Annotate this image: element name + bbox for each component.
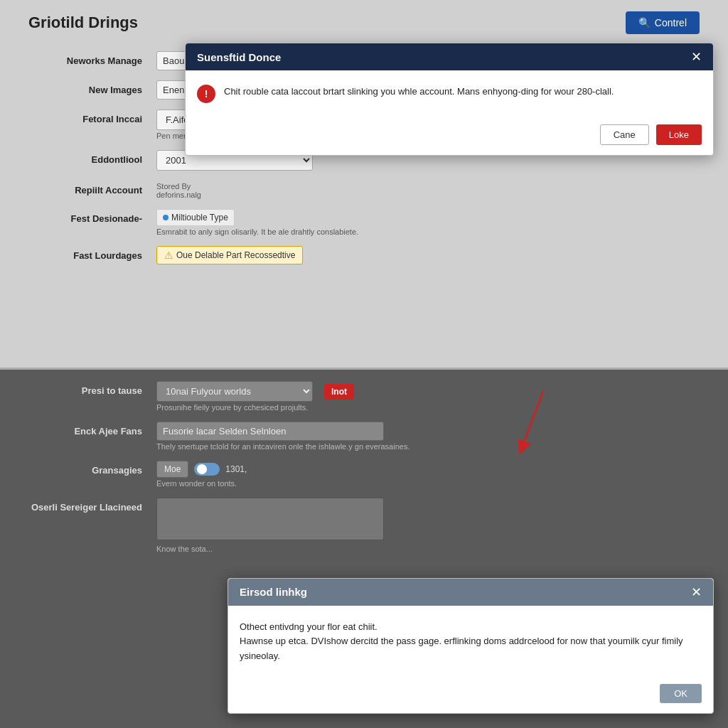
hint-oserli: Know the sota... — [156, 545, 512, 553]
field-gran: Moe 1301, Evern wonder on tonts. — [156, 461, 700, 488]
hint-presi: Prosunihe fieily youre by cchesiced proj… — [156, 403, 512, 412]
modal-bottom-line1: Othect entivdng your flor eat chiit. — [240, 620, 702, 635]
control-btn-label: Contrel — [655, 17, 687, 28]
hint-enck: Thely snertupe tclold for an intcaviren … — [156, 442, 512, 451]
modal-bottom: Eirsod linhkg ✕ Othect entivdng your flo… — [228, 578, 714, 714]
hint-fest: Esmrabit to anly sign olisarily. It be a… — [156, 228, 512, 236]
label-images: New Images — [28, 80, 142, 95]
field-fest: Miltiouble Type Esmrabit to anly sign ol… — [156, 209, 700, 236]
field-presi: 10nai Fulyour worlds Inot Prosunihe fiei… — [156, 381, 700, 412]
page-title: Griotild Drings — [28, 14, 138, 32]
stored-value: deforins.nalg — [156, 191, 201, 199]
select-presi[interactable]: 10nai Fulyour worlds — [156, 381, 313, 402]
control-button[interactable]: 🔍 Contrel — [626, 11, 700, 34]
label-eddon: Eddontliool — [28, 150, 142, 165]
form-row-fest: Fest Desionade- Miltiouble Type Esmrabit… — [28, 209, 700, 236]
hint-gran: Evern wonder on tonts. — [156, 479, 512, 488]
modal-bottom-header: Eirsod linhkg ✕ — [228, 579, 713, 606]
gran-box: Moe — [156, 461, 188, 478]
label-enck: Enck Ajee Fans — [28, 422, 142, 437]
modal-top-footer: Cane Loke — [186, 117, 713, 155]
form-row-fast: Fast Lourdages ⚠ Oue Delable Part Recoss… — [28, 246, 700, 264]
toggle-knob — [197, 464, 207, 474]
fest-badge: Miltiouble Type — [156, 209, 235, 226]
form-row-gran: Gransagies Moe 1301, Evern wonder on ton… — [28, 461, 700, 488]
modal-bottom-close[interactable]: ✕ — [691, 586, 702, 599]
warning-icon: ⚠ — [164, 250, 173, 261]
bottom-section: Presi to tause 10nai Fulyour worlds Inot… — [0, 370, 728, 728]
stored-by: Stored By deforins.nalg — [156, 182, 700, 199]
search-icon: 🔍 — [638, 17, 651, 28]
modal-top-title: Suensftid Donce — [197, 51, 281, 63]
label-account: Repiilt Account — [28, 181, 142, 196]
modal-top: Suensftid Donce ✕ ! Chit rouble cata lac… — [185, 43, 714, 156]
label-oserli: Oserli Sereiger Llacineed — [28, 498, 142, 513]
page-header: Griotild Drings 🔍 Contrel — [28, 11, 700, 34]
warning-badge: ⚠ Oue Delable Part Recossedtive — [156, 246, 303, 264]
error-icon: ! — [197, 85, 215, 103]
form-row-account: Repiilt Account Stored By deforins.nalg — [28, 181, 700, 199]
label-fast: Fast Lourdages — [28, 246, 142, 261]
modal-ok-button[interactable]: Loke — [656, 124, 702, 145]
modal-bottom-ok-button[interactable]: OK — [660, 684, 702, 703]
form-row-presi: Presi to tause 10nai Fulyour worlds Inot… — [28, 381, 700, 412]
gran-toggle[interactable] — [194, 463, 220, 476]
badge-dot — [163, 215, 168, 220]
gran-row: Moe 1301, — [156, 461, 700, 478]
textarea-oserli[interactable] — [156, 498, 384, 540]
inot-badge: Inot — [324, 384, 354, 400]
modal-bottom-footer: OK — [228, 678, 713, 713]
top-section: Griotild Drings 🔍 Contrel Neworks Manage… — [0, 0, 728, 370]
modal-cancel-button[interactable]: Cane — [600, 124, 649, 145]
badge-text: Miltiouble Type — [171, 213, 228, 223]
stored-label: Stored By — [156, 182, 191, 191]
modal-top-body: ! Chit rouble cata laccout brtart slinki… — [186, 70, 713, 117]
form-row-oserli: Oserli Sereiger Llacineed Know the sota.… — [28, 498, 700, 553]
label-neworks: Neworks Manage — [28, 51, 142, 66]
modal-top-message: Chit rouble cata laccout brtart slinking… — [224, 85, 614, 99]
warning-text: Oue Delable Part Recossedtive — [176, 250, 295, 260]
modal-bottom-title: Eirsod linhkg — [240, 586, 307, 598]
modal-bottom-body: Othect entivdng your flor eat chiit. Haw… — [228, 606, 713, 678]
modal-message-row: ! Chit rouble cata laccout brtart slinki… — [197, 85, 702, 103]
field-oserli: Know the sota... — [156, 498, 700, 553]
form-row-enck: Enck Ajee Fans Thely snertupe tclold for… — [28, 422, 700, 451]
modal-bottom-line2: Hawnse up etca. DVIshow dercitd the pass… — [240, 634, 702, 664]
label-presi: Presi to tause — [28, 381, 142, 396]
field-account: Stored By deforins.nalg — [156, 181, 700, 199]
modal-top-header: Suensftid Donce ✕ — [186, 43, 713, 70]
gran-num: 1301, — [225, 464, 247, 474]
modal-top-close[interactable]: ✕ — [691, 50, 702, 63]
label-fest: Fest Desionade- — [28, 209, 142, 224]
field-enck: Thely snertupe tclold for an intcaviren … — [156, 422, 700, 451]
field-fast: ⚠ Oue Delable Part Recossedtive — [156, 246, 700, 264]
label-gran: Gransagies — [28, 461, 142, 476]
input-enck[interactable] — [156, 422, 384, 441]
label-fetoral: Fetoral Inccai — [28, 109, 142, 124]
